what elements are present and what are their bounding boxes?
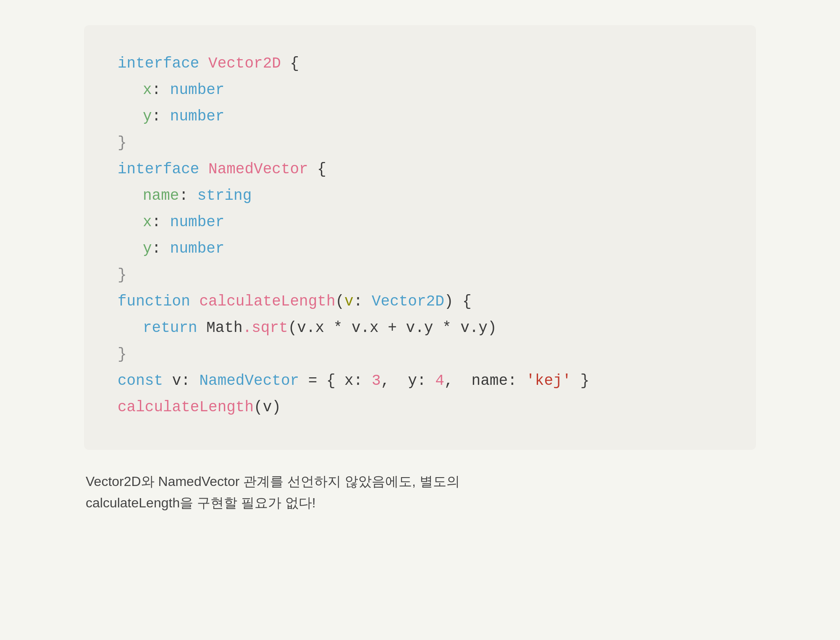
call-paren: (v) [254, 399, 281, 416]
code-line-14: calculateLength(v) [118, 394, 722, 421]
colon-1: : [152, 81, 170, 99]
y-prop-2: y [143, 240, 152, 257]
code-line-1: interface Vector2D { [118, 50, 722, 77]
number-type-1: number [170, 81, 225, 99]
code-content: interface Vector2D { x: number y: number… [118, 50, 722, 421]
number-type-4: number [170, 240, 225, 257]
string-type: string [197, 187, 252, 204]
colon-2: : [152, 108, 170, 125]
comma-1: , y: [381, 372, 436, 389]
number-type-3: number [170, 214, 225, 231]
code-line-7: x: number [118, 209, 722, 235]
vector2d-name: Vector2D [208, 55, 281, 72]
math-obj: Math [206, 319, 242, 337]
open-brace-2: { [317, 161, 326, 178]
vector2d-type: Vector2D [372, 293, 444, 310]
num-3: 3 [372, 372, 381, 389]
code-line-10: function calculateLength(v: Vector2D) { [118, 288, 722, 315]
code-line-13: const v: NamedVector = { x: 3, y: 4, nam… [118, 368, 722, 394]
v-param: v [344, 293, 354, 310]
code-line-6: name: string [118, 183, 722, 209]
name-prop: name [143, 187, 179, 204]
colon-5: : [152, 240, 170, 257]
number-type-2: number [170, 108, 225, 125]
calculate-length-name: calculateLength [199, 293, 335, 310]
code-line-8: y: number [118, 235, 722, 262]
code-line-5: interface NamedVector { [118, 156, 722, 183]
code-line-4: } [118, 130, 722, 156]
interface-keyword-1: interface [118, 55, 199, 72]
description-block: Vector2D와 NamedVector 관계를 선언하지 않았음에도, 별도… [84, 467, 756, 518]
code-line-11: return Math.sqrt(v.x * v.x + v.y * v.y) [118, 315, 722, 341]
func-paren-1: ( [336, 293, 345, 310]
function-keyword: function [118, 293, 190, 310]
code-block: interface Vector2D { x: number y: number… [84, 25, 756, 450]
x-prop-2: x [143, 214, 152, 231]
func-paren-2: ) { [444, 293, 472, 310]
close-brace-3: } [118, 346, 127, 363]
const-keyword: const [118, 372, 163, 389]
close-brace-2: } [118, 266, 127, 284]
close-brace-1: } [118, 134, 127, 152]
code-line-2: x: number [118, 77, 722, 103]
close-obj: } [571, 372, 589, 389]
y-prop-1: y [143, 108, 152, 125]
description-line-1: Vector2D와 NamedVector 관계를 선언하지 않았음에도, 별도… [86, 471, 754, 492]
calculate-length-call: calculateLength [118, 399, 254, 416]
code-line-9: } [118, 262, 722, 288]
description-line-2: calculateLength을 구현할 필요가 없다! [86, 492, 754, 514]
code-line-3: y: number [118, 103, 722, 130]
colon-3: : [179, 187, 197, 204]
equals: = { x: [299, 372, 372, 389]
sqrt-args: (v.x * v.x + v.y * v.y) [288, 319, 497, 337]
main-container: interface Vector2D { x: number y: number… [84, 25, 756, 518]
dot-sqrt: .sqrt [243, 319, 288, 337]
string-kej: 'kej' [526, 372, 571, 389]
open-brace-1: { [290, 55, 299, 72]
namedvector-name: NamedVector [208, 161, 308, 178]
code-line-12: } [118, 341, 722, 368]
x-prop-1: x [143, 81, 152, 99]
num-4: 4 [435, 372, 444, 389]
return-keyword: return [143, 319, 197, 337]
v-colon: : [354, 293, 372, 310]
comma-2: , name: [444, 372, 526, 389]
interface-keyword-2: interface [118, 161, 199, 178]
namedvector-type-ref: NamedVector [199, 372, 299, 389]
colon-4: : [152, 214, 170, 231]
const-rest: v: [172, 372, 200, 389]
